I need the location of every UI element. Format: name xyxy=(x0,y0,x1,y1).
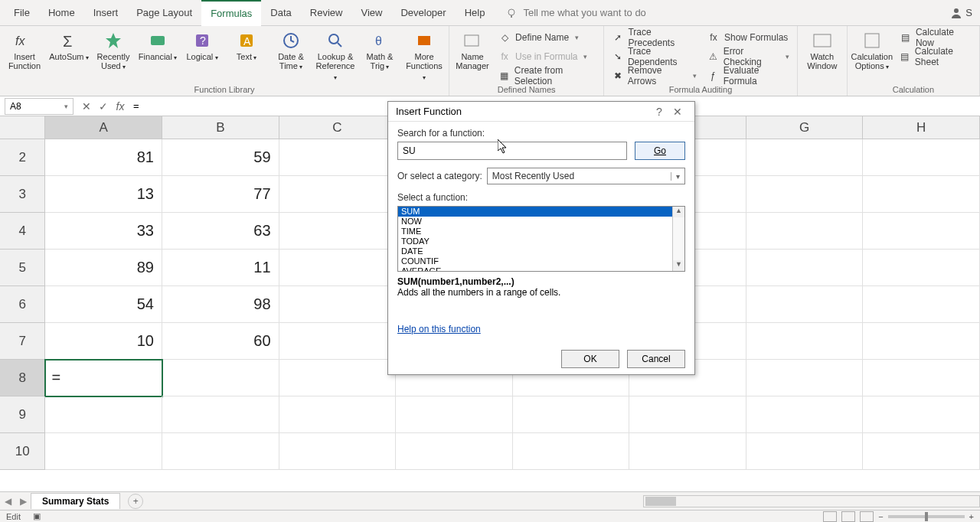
tab-view[interactable]: View xyxy=(351,0,391,26)
function-list-item[interactable]: TODAY xyxy=(398,237,684,246)
cell[interactable]: 89 xyxy=(45,250,162,286)
watch-window-button[interactable]: WatchWindow xyxy=(802,28,842,70)
column-header[interactable]: C xyxy=(279,116,397,139)
cell[interactable]: 63 xyxy=(162,213,279,250)
cell[interactable]: 59 xyxy=(162,139,279,176)
cell[interactable] xyxy=(513,396,630,433)
column-header[interactable]: B xyxy=(162,116,279,139)
cell[interactable] xyxy=(746,139,864,176)
insert-function-button[interactable]: fxInsertFunction xyxy=(5,28,44,70)
recently-used-button[interactable]: RecentlyUsed ▾ xyxy=(93,28,133,72)
remove-arrows-button[interactable]: ✖Remove Arrows▾ xyxy=(609,67,700,84)
cell[interactable] xyxy=(162,396,279,433)
evaluate-formula-button[interactable]: ƒEvaluate Formula xyxy=(704,67,792,84)
cell[interactable] xyxy=(513,433,630,470)
cell[interactable] xyxy=(863,396,980,433)
financial-button[interactable]: Financial ▾ xyxy=(138,28,178,63)
zoom-slider[interactable] xyxy=(888,515,965,518)
define-name-button[interactable]: ◇Define Name▾ xyxy=(495,29,599,46)
row-header[interactable]: 7 xyxy=(0,323,45,360)
tab-developer[interactable]: Developer xyxy=(391,0,455,26)
go-button[interactable]: Go xyxy=(635,142,685,160)
chevron-down-icon[interactable]: ▾ xyxy=(64,103,68,110)
cell[interactable] xyxy=(279,176,397,213)
calculation-options-button[interactable]: CalculationOptions ▾ xyxy=(852,28,892,72)
function-list-item[interactable]: DATE xyxy=(398,246,684,256)
math-button[interactable]: θMath &Trig ▾ xyxy=(360,28,400,72)
function-list-item[interactable]: TIME xyxy=(398,227,684,237)
cell[interactable] xyxy=(746,176,864,213)
column-header[interactable]: H xyxy=(863,116,980,139)
dialog-close-button[interactable]: ✕ xyxy=(668,106,687,118)
add-sheet-button[interactable]: + xyxy=(128,494,143,509)
show-formulas-button[interactable]: fxShow Formulas xyxy=(704,29,792,46)
cell[interactable]: 77 xyxy=(162,176,279,213)
fx-button[interactable]: fx xyxy=(112,98,129,115)
cell[interactable] xyxy=(863,433,980,470)
listbox-scrollbar[interactable]: ▲ ▼ xyxy=(672,207,684,271)
tab-page-layout[interactable]: Page Layout xyxy=(127,0,201,26)
cell[interactable]: 11 xyxy=(162,250,279,286)
cell[interactable] xyxy=(629,433,746,470)
function-list-item[interactable]: SUM xyxy=(398,207,684,217)
cell[interactable] xyxy=(746,433,864,470)
cell[interactable] xyxy=(746,323,864,360)
row-header[interactable]: 5 xyxy=(0,250,45,286)
cell[interactable]: 10 xyxy=(45,323,162,360)
cell[interactable]: 98 xyxy=(162,286,279,323)
tab-formulas[interactable]: Formulas xyxy=(201,0,261,26)
cell[interactable] xyxy=(279,250,397,286)
function-list-item[interactable]: COUNTIF xyxy=(398,256,684,266)
name-box[interactable]: A8▾ xyxy=(5,98,74,115)
cell[interactable] xyxy=(162,360,279,396)
cell[interactable] xyxy=(279,396,397,433)
row-header[interactable]: 4 xyxy=(0,213,45,250)
tab-review[interactable]: Review xyxy=(301,0,352,26)
calculate-sheet-button[interactable]: ▤Calculate Sheet xyxy=(897,48,975,65)
logical-button[interactable]: ?Logical ▾ xyxy=(182,28,222,63)
row-header[interactable]: 6 xyxy=(0,286,45,323)
search-input[interactable] xyxy=(397,142,627,160)
cell[interactable] xyxy=(746,286,864,323)
cell[interactable] xyxy=(279,286,397,323)
cell[interactable] xyxy=(45,433,162,470)
sheet-nav-next[interactable]: ▶ xyxy=(15,496,31,507)
cell[interactable] xyxy=(45,396,162,433)
macro-record-icon[interactable]: ▣ xyxy=(33,511,41,521)
calculate-now-button[interactable]: ▤Calculate Now xyxy=(897,29,975,46)
cell[interactable] xyxy=(746,360,864,396)
cell[interactable] xyxy=(863,360,980,396)
cell[interactable] xyxy=(162,433,279,470)
select-all-corner[interactable] xyxy=(0,116,45,139)
cell[interactable] xyxy=(279,213,397,250)
tab-insert[interactable]: Insert xyxy=(84,0,128,26)
cell[interactable] xyxy=(396,433,513,470)
row-header[interactable]: 3 xyxy=(0,176,45,213)
cell[interactable] xyxy=(863,286,980,323)
cell[interactable]: 60 xyxy=(162,323,279,360)
scroll-down-icon[interactable]: ▼ xyxy=(673,260,684,271)
cell[interactable] xyxy=(396,396,513,433)
trace-precedents-button[interactable]: ➚Trace Precedents xyxy=(609,29,700,46)
cell[interactable] xyxy=(279,323,397,360)
name-manager-button[interactable]: NameManager xyxy=(454,28,491,70)
row-header[interactable]: 2 xyxy=(0,139,45,176)
share-button[interactable]: S xyxy=(950,7,972,19)
cell[interactable]: 54 xyxy=(45,286,162,323)
tab-file[interactable]: File xyxy=(5,0,39,26)
dialog-help-button[interactable]: ? xyxy=(650,106,668,118)
cell[interactable] xyxy=(863,323,980,360)
view-normal-button[interactable] xyxy=(823,511,837,522)
ok-button[interactable]: OK xyxy=(561,350,619,368)
cell[interactable] xyxy=(746,250,864,286)
cell[interactable] xyxy=(863,139,980,176)
more-functions-button[interactable]: MoreFunctions ▾ xyxy=(404,28,444,83)
cell[interactable] xyxy=(279,139,397,176)
lookup-button[interactable]: Lookup &Reference ▾ xyxy=(315,28,355,83)
function-listbox[interactable]: SUMNOWTIMETODAYDATECOUNTIFAVERAGE ▲ ▼ xyxy=(397,206,685,272)
cancel-button[interactable]: Cancel xyxy=(627,350,685,368)
view-break-button[interactable] xyxy=(860,511,874,522)
function-list-item[interactable]: AVERAGE xyxy=(398,266,684,272)
sheet-nav-prev[interactable]: ◀ xyxy=(0,496,15,507)
cell[interactable]: = xyxy=(45,360,162,396)
